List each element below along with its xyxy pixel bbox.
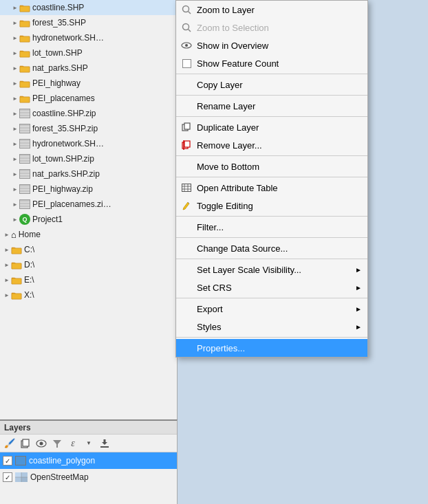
expand-arrow[interactable]: ► [11,215,19,223]
layer-item-coastline-polygon[interactable]: ✓coastline_polygon [0,452,177,469]
layer-label: OpenStreetMap [30,472,89,482]
svg-rect-9 [12,278,21,284]
menu-item-toggle-editing[interactable]: Toggle Editing [176,197,367,215]
file-item-lot-town-zip[interactable]: ►lot_town.SHP.zip [0,151,177,166]
menu-item-set-crs[interactable]: Set CRS► [176,278,367,296]
eye-tool-btn[interactable] [34,437,48,450]
paint-tool-btn[interactable]: 🖌️ [3,437,17,450]
file-item-label: D:\ [24,260,34,270]
expand-arrow[interactable]: ► [3,261,11,269]
menu-item-export[interactable]: Export► [176,300,367,318]
menu-item-properties[interactable]: Properties... [176,339,367,357]
styles-arrow: ► [355,323,362,331]
file-item-lot-town-shp[interactable]: ►lot_town.SHP [0,45,177,61]
file-item-forest-shp[interactable]: ►forest_35.SHP [0,15,177,30]
folder-icon [19,94,30,103]
layer-label: coastline_polygon [29,456,95,465]
file-item-pei-highway-zip[interactable]: ►PEI_highway.zip [0,182,177,197]
show-in-overview-label: Show in Overview [197,41,268,51]
layer-color-swatch [15,456,26,465]
expand-arrow[interactable]: ► [11,34,19,42]
expand-arrow[interactable]: ► [11,49,19,57]
file-item-forest-zip[interactable]: ►forest_35.SHP.zip [0,121,177,136]
export-arrow: ► [355,305,362,313]
expand-arrow[interactable]: ► [11,64,19,72]
svg-point-25 [183,24,189,30]
file-item-hydro-shp[interactable]: ►hydronetwork.SH… [0,30,177,45]
change-data-source-label: Change Data Source... [197,243,288,254]
menu-item-rename-layer[interactable]: Rename Layer [176,97,367,115]
set-layer-scale-label: Set Layer Scale Visibility... [197,265,301,275]
zoom-to-layer-icon [180,3,193,16]
folder-icon [19,64,30,73]
expand-arrow[interactable]: ► [11,3,19,12]
file-item-home[interactable]: ►⌂Home [0,227,177,242]
expand-arrow[interactable]: ► [11,79,19,87]
expand-arrow[interactable]: ► [11,170,19,178]
menu-item-zoom-to-selection[interactable]: Zoom to Selection [176,19,367,36]
toggle-editing-label: Toggle Editing [197,201,253,211]
folder-icon [11,291,22,300]
file-item-project1[interactable]: ►QProject1 [0,212,177,227]
expand-arrow[interactable]: ► [11,94,19,102]
expand-arrow[interactable]: ► [11,19,19,27]
expand-arrow[interactable]: ► [11,155,19,163]
file-item-nat-parks-shp[interactable]: ►nat_parks.SHP [0,61,177,76]
menu-item-show-feature-count[interactable]: Show Feature Count [176,54,367,72]
file-item-c-drive[interactable]: ►C:\ [0,242,177,257]
layer-checkbox[interactable]: ✓ [3,456,12,465]
remove-layer-label: Remove Layer... [197,140,262,151]
menu-item-duplicate-layer[interactable]: Duplicate Layer [176,118,367,136]
file-item-coastline-zip[interactable]: ►coastline.SHP.zip [0,106,177,121]
expand-arrow[interactable]: ► [11,124,19,133]
download-tool-btn[interactable] [98,437,111,450]
menu-item-move-to-bottom[interactable]: Move to Bottom [176,157,367,175]
menu-item-change-data-source[interactable]: Change Data Source... [176,239,367,257]
layer-checkbox[interactable]: ✓ [3,472,12,482]
menu-item-copy-layer[interactable]: Copy Layer [176,76,367,94]
menu-separator [176,237,367,238]
copy-tool-btn[interactable] [19,437,32,450]
file-item-x-drive[interactable]: ►X:\ [0,287,177,303]
svg-rect-8 [12,263,21,269]
layer-item-openstreetmap[interactable]: ✓OpenStreetMap [0,469,177,485]
file-item-pei-placenames-zip[interactable]: ►PEI_placenames.zi… [0,197,177,212]
file-item-nat-parks-zip[interactable]: ►nat_parks.SHP.zip [0,166,177,182]
file-item-coastline-shp[interactable]: ►coastline.SHP [0,0,177,15]
expand-arrow[interactable]: ► [11,109,19,118]
file-item-pei-placenames[interactable]: ►PEI_placenames [0,91,177,106]
filter-tool-btn[interactable] [50,437,64,450]
epsilon-tool-btn[interactable]: ε [66,437,80,450]
layers-header: Layers [0,421,177,435]
menu-item-remove-layer[interactable]: Remove Layer... [176,136,367,154]
expand-arrow[interactable]: ► [11,140,19,148]
expand-arrow[interactable]: ► [3,245,11,254]
menu-item-open-attribute-table[interactable]: Open Attribute Table [176,179,367,197]
menu-item-show-in-overview[interactable]: Show in Overview [176,36,367,54]
svg-rect-10 [12,294,21,299]
svg-rect-6 [20,97,30,102]
file-item-label: lot_town.SHP [32,48,83,58]
svg-rect-30 [184,123,190,129]
expand-arrow[interactable]: ► [11,185,19,193]
expand-arrow[interactable]: ► [3,291,11,299]
menu-item-zoom-to-layer[interactable]: Zoom to Layer [176,1,367,19]
file-item-d-drive[interactable]: ►D:\ [0,257,177,272]
epsilon-dropdown-btn[interactable]: ▼ [82,437,96,450]
menu-item-filter[interactable]: Filter... [176,218,367,236]
svg-rect-4 [20,67,30,72]
duplicate-layer-icon [180,121,193,133]
menu-item-set-layer-scale[interactable]: Set Layer Scale Visibility...► [176,261,367,278]
file-item-hydro-zip[interactable]: ►hydronetwork.SH… [0,136,177,151]
project-icon: Q [19,214,30,225]
menu-separator [176,337,367,338]
svg-rect-19 [15,472,21,477]
file-item-e-drive[interactable]: ►E:\ [0,272,177,287]
expand-arrow[interactable]: ► [3,276,11,284]
menu-item-styles[interactable]: Styles► [176,318,367,336]
duplicate-layer-label: Duplicate Layer [197,122,259,133]
expand-arrow[interactable]: ► [11,200,19,208]
expand-arrow[interactable]: ► [3,230,11,239]
toggle-editing-icon [180,199,193,212]
file-item-pei-highway[interactable]: ►PEI_highway [0,76,177,91]
